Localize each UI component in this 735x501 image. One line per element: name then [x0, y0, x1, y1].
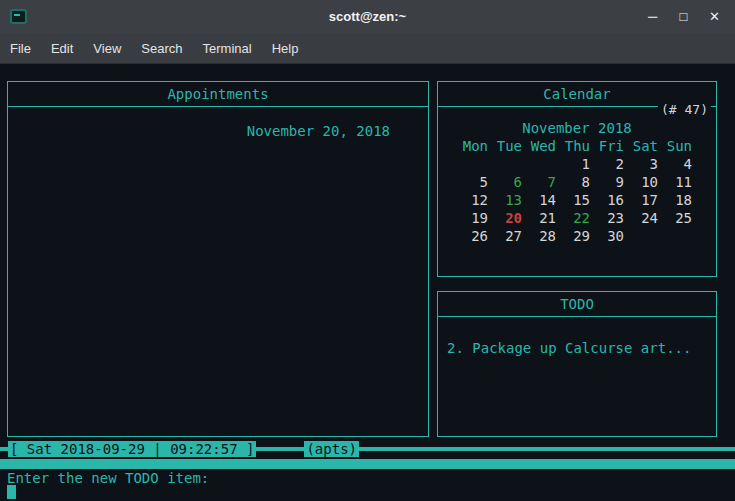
minimize-icon[interactable]: ─ — [637, 9, 668, 24]
menu-item-edit[interactable]: Edit — [41, 36, 83, 61]
todo-title: TODO — [438, 292, 716, 317]
window-title: scott@zen:~ — [0, 0, 735, 33]
calendar-week-row: 1234 — [438, 155, 716, 173]
weekday-header-row: MonTueWedThuFriSatSun — [438, 137, 716, 155]
appointments-date-heading: November 20, 2018 — [8, 122, 428, 140]
calendar-day-15[interactable]: 15 — [564, 191, 590, 209]
calendar-day-empty — [530, 155, 556, 173]
calendar-day-26[interactable]: 26 — [462, 227, 488, 245]
calendar-day-14[interactable]: 14 — [530, 191, 556, 209]
calendar-day-2[interactable]: 2 — [598, 155, 624, 173]
menu-bar: FileEditViewSearchTerminalHelp — [0, 33, 735, 64]
calendar-day-4[interactable]: 4 — [666, 155, 692, 173]
weekday-header-fri: Fri — [598, 137, 624, 155]
weekday-header-sat: Sat — [632, 137, 658, 155]
weekday-header-sun: Sun — [666, 137, 692, 155]
todo-input-line[interactable]: Enter the new TODO item: — [7, 470, 209, 487]
calendar-day-6[interactable]: 6 — [496, 173, 522, 191]
calendar-day-23[interactable]: 23 — [598, 209, 624, 227]
calendar-day-10[interactable]: 10 — [632, 173, 658, 191]
calendar-day-25[interactable]: 25 — [666, 209, 692, 227]
notify-datetime: [ Sat 2018-09-29 | 09:22:57 ] — [8, 441, 256, 457]
weekday-header-mon: Mon — [462, 137, 488, 155]
calendar-day-28[interactable]: 28 — [530, 227, 556, 245]
appointment-count-badge: (# 47) — [658, 102, 711, 117]
calendar-day-9[interactable]: 9 — [598, 173, 624, 191]
calendar-day-empty — [496, 155, 522, 173]
calendar-grid: 1234567891011121314151617181920212223242… — [438, 155, 716, 245]
todo-panel: TODO 2. Package up Calcurse art... — [437, 291, 717, 437]
close-icon[interactable]: ✕ — [699, 9, 730, 24]
appointments-title: Appointments — [8, 82, 428, 107]
calendar-week-row: 2627282930 — [438, 227, 716, 245]
calendar-week-row: 567891011 — [438, 173, 716, 191]
calendar-day-16[interactable]: 16 — [598, 191, 624, 209]
calendar-month-heading: November 2018 — [438, 119, 716, 137]
notify-mode: (apts) — [304, 441, 359, 457]
calendar-day-24[interactable]: 24 — [632, 209, 658, 227]
menu-item-view[interactable]: View — [83, 36, 131, 61]
calendar-day-3[interactable]: 3 — [632, 155, 658, 173]
calendar-day-12[interactable]: 12 — [462, 191, 488, 209]
input-cursor — [7, 485, 16, 499]
calendar-day-27[interactable]: 27 — [496, 227, 522, 245]
notify-line-segment — [359, 447, 735, 451]
todo-item[interactable]: 2. Package up Calcurse art... — [438, 339, 716, 357]
maximize-icon[interactable]: □ — [668, 9, 699, 24]
calendar-day-18[interactable]: 18 — [666, 191, 692, 209]
menu-item-file[interactable]: File — [0, 36, 41, 61]
calendar-week-row: 12131415161718 — [438, 191, 716, 209]
notify-line-segment — [0, 447, 8, 451]
calendar-day-8[interactable]: 8 — [564, 173, 590, 191]
calendar-day-5[interactable]: 5 — [462, 173, 488, 191]
calendar-day-11[interactable]: 11 — [666, 173, 692, 191]
calendar-day-29[interactable]: 29 — [564, 227, 590, 245]
menu-item-terminal[interactable]: Terminal — [193, 36, 262, 61]
calendar-day-empty — [462, 155, 488, 173]
terminal-window: scott@zen:~ ─ □ ✕ FileEditViewSearchTerm… — [0, 0, 735, 501]
weekday-header-wed: Wed — [530, 137, 556, 155]
status-bar — [0, 459, 735, 469]
weekday-header-tue: Tue — [496, 137, 522, 155]
menu-item-help[interactable]: Help — [262, 36, 309, 61]
calendar-day-20[interactable]: 20 — [496, 209, 522, 227]
prompt-label: Enter the new TODO item: — [7, 470, 209, 486]
weekday-header-thu: Thu — [564, 137, 590, 155]
calendar-day-17[interactable]: 17 — [632, 191, 658, 209]
notify-line-segment — [256, 447, 304, 451]
calendar-day-19[interactable]: 19 — [462, 209, 488, 227]
terminal-screen[interactable]: Appointments November 20, 2018 Calendar … — [0, 64, 735, 501]
calendar-day-1[interactable]: 1 — [564, 155, 590, 173]
calendar-day-22[interactable]: 22 — [564, 209, 590, 227]
calendar-week-row: 19202122232425 — [438, 209, 716, 227]
calendar-day-empty — [632, 227, 658, 245]
appointments-panel: Appointments November 20, 2018 — [7, 81, 429, 437]
calendar-day-30[interactable]: 30 — [598, 227, 624, 245]
menu-item-search[interactable]: Search — [131, 36, 192, 61]
calendar-day-13[interactable]: 13 — [496, 191, 522, 209]
title-bar[interactable]: scott@zen:~ ─ □ ✕ — [0, 0, 735, 33]
calendar-day-empty — [666, 227, 692, 245]
todo-list: 2. Package up Calcurse art... — [438, 339, 716, 357]
window-controls: ─ □ ✕ — [637, 0, 730, 33]
notify-bar: [ Sat 2018-09-29 | 09:22:57 ] (apts) — [0, 441, 735, 457]
calendar-panel: Calendar (# 47) November 2018 MonTueWedT… — [437, 81, 717, 277]
calendar-day-7[interactable]: 7 — [530, 173, 556, 191]
calendar-day-21[interactable]: 21 — [530, 209, 556, 227]
